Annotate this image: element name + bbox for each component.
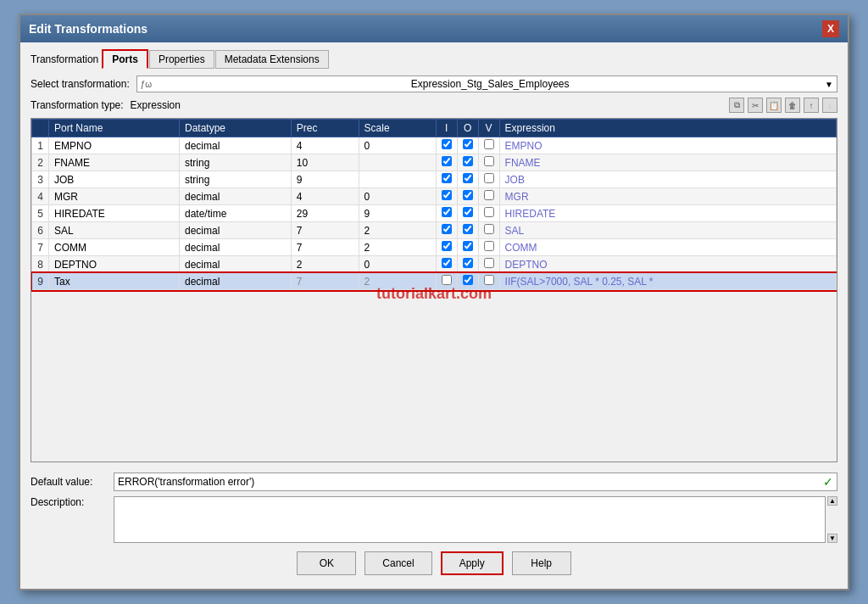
prec-cell[interactable]: 7 (291, 222, 359, 239)
prec-cell[interactable]: 4 (291, 188, 359, 205)
datatype-cell[interactable]: date/time (179, 205, 291, 222)
o-checkbox-cell[interactable] (457, 239, 478, 256)
expression-cell[interactable]: JOB (499, 171, 836, 188)
i-checkbox-cell[interactable] (436, 239, 457, 256)
table-row[interactable]: 6SALdecimal72SAL (32, 222, 837, 239)
o-checkbox-cell[interactable] (457, 205, 478, 222)
i-checkbox-cell[interactable] (436, 188, 457, 205)
i-checkbox-cell[interactable] (436, 137, 457, 154)
prec-cell[interactable]: 10 (291, 154, 359, 171)
scale-cell[interactable]: 0 (359, 137, 436, 154)
port-name-cell[interactable]: JOB (49, 171, 180, 188)
scale-cell[interactable]: 2 (359, 273, 436, 290)
tab-properties[interactable]: Properties (149, 50, 214, 69)
table-row[interactable]: 8DEPTNOdecimal20DEPTNO (32, 256, 837, 273)
v-checkbox-cell[interactable] (478, 256, 499, 273)
prec-cell[interactable]: 2 (291, 256, 359, 273)
scale-cell[interactable]: 2 (359, 239, 436, 256)
v-checkbox-cell[interactable] (478, 188, 499, 205)
tab-metadata-extensions[interactable]: Metadata Extensions (215, 50, 329, 69)
port-name-cell[interactable]: MGR (49, 188, 180, 205)
scale-cell[interactable]: 0 (359, 256, 436, 273)
table-row[interactable]: 9Taxdecimal72IIF(SAL>7000, SAL * 0.25, S… (32, 273, 837, 290)
close-button[interactable]: X (822, 20, 839, 37)
o-checkbox-cell[interactable] (457, 222, 478, 239)
v-checkbox-cell[interactable] (478, 137, 499, 154)
port-name-cell[interactable]: COMM (49, 239, 180, 256)
table-row[interactable]: 3JOBstring9JOB (32, 171, 837, 188)
datatype-cell[interactable]: decimal (179, 137, 291, 154)
datatype-cell[interactable]: decimal (179, 239, 291, 256)
v-checkbox-cell[interactable] (478, 273, 499, 290)
prec-cell[interactable]: 7 (291, 273, 359, 290)
port-name-cell[interactable]: HIREDATE (49, 205, 180, 222)
port-name-cell[interactable]: SAL (49, 222, 180, 239)
port-name-cell[interactable]: Tax (49, 273, 180, 290)
delete-icon[interactable]: 🗑 (785, 98, 800, 113)
table-row[interactable]: 1EMPNOdecimal40EMPNO (32, 137, 837, 154)
i-checkbox-cell[interactable] (436, 256, 457, 273)
table-row[interactable]: 7COMMdecimal72COMM (32, 239, 837, 256)
apply-button[interactable]: Apply (441, 551, 504, 575)
v-checkbox-cell[interactable] (478, 239, 499, 256)
datatype-cell[interactable]: decimal (179, 188, 291, 205)
datatype-cell[interactable]: string (179, 154, 291, 171)
help-button[interactable]: Help (512, 551, 571, 575)
i-checkbox-cell[interactable] (436, 171, 457, 188)
datatype-cell[interactable]: decimal (179, 222, 291, 239)
o-checkbox-cell[interactable] (457, 154, 478, 171)
description-textarea[interactable] (114, 496, 826, 543)
o-checkbox-cell[interactable] (457, 273, 478, 290)
scale-cell[interactable]: 9 (359, 205, 436, 222)
o-checkbox-cell[interactable] (457, 188, 478, 205)
v-checkbox-cell[interactable] (478, 222, 499, 239)
port-name-cell[interactable]: EMPNO (49, 137, 180, 154)
expression-cell[interactable]: HIREDATE (499, 205, 836, 222)
port-name-cell[interactable]: DEPTNO (49, 256, 180, 273)
prec-cell[interactable]: 29 (291, 205, 359, 222)
cut-icon[interactable]: ✂ (748, 98, 763, 113)
move-down-icon[interactable]: ↓ (822, 98, 837, 113)
prec-cell[interactable]: 7 (291, 239, 359, 256)
expression-cell[interactable]: IIF(SAL>7000, SAL * 0.25, SAL * (499, 273, 836, 290)
expression-cell[interactable]: FNAME (499, 154, 836, 171)
datatype-cell[interactable]: decimal (179, 256, 291, 273)
o-checkbox-cell[interactable] (457, 256, 478, 273)
move-up-icon[interactable]: ↑ (804, 98, 819, 113)
ok-button[interactable]: OK (297, 551, 356, 575)
datatype-cell[interactable]: decimal (179, 273, 291, 290)
expression-cell[interactable]: COMM (499, 239, 836, 256)
i-checkbox-cell[interactable] (436, 222, 457, 239)
prec-cell[interactable]: 4 (291, 137, 359, 154)
o-checkbox-cell[interactable] (457, 171, 478, 188)
select-transformation-dropdown[interactable]: ƒω Expression_Stg_Sales_Employees ▼ (136, 76, 837, 92)
scale-cell[interactable]: 2 (359, 222, 436, 239)
i-checkbox-cell[interactable] (436, 154, 457, 171)
v-checkbox-cell[interactable] (478, 171, 499, 188)
expression-cell[interactable]: MGR (499, 188, 836, 205)
port-name-cell[interactable]: FNAME (49, 154, 180, 171)
expression-cell[interactable]: DEPTNO (499, 256, 836, 273)
i-checkbox-cell[interactable] (436, 273, 457, 290)
datatype-cell[interactable]: string (179, 171, 291, 188)
paste-icon[interactable]: 📋 (766, 98, 782, 113)
scale-cell[interactable] (359, 154, 436, 171)
scale-cell[interactable]: 0 (359, 188, 436, 205)
table-scroll[interactable]: Port Name Datatype Prec Scale I O V Expr… (31, 119, 837, 461)
table-row[interactable]: 4MGRdecimal40MGR (32, 188, 837, 205)
table-row[interactable]: 5HIREDATEdate/time299HIREDATE (32, 205, 837, 222)
expression-cell[interactable]: SAL (499, 222, 836, 239)
tab-ports[interactable]: Ports (102, 49, 148, 69)
scale-cell[interactable] (359, 171, 436, 188)
v-checkbox-cell[interactable] (478, 205, 499, 222)
expression-cell[interactable]: EMPNO (499, 137, 836, 154)
o-checkbox-cell[interactable] (457, 137, 478, 154)
description-scroll-up[interactable]: ▲ (827, 496, 837, 506)
table-row[interactable]: 2FNAMEstring10FNAME (32, 154, 837, 171)
copy-icon[interactable]: ⧉ (729, 98, 744, 113)
v-checkbox-cell[interactable] (478, 154, 499, 171)
i-checkbox-cell[interactable] (436, 205, 457, 222)
description-scroll-down[interactable]: ▼ (827, 534, 837, 543)
prec-cell[interactable]: 9 (291, 171, 359, 188)
cancel-button[interactable]: Cancel (364, 551, 431, 575)
